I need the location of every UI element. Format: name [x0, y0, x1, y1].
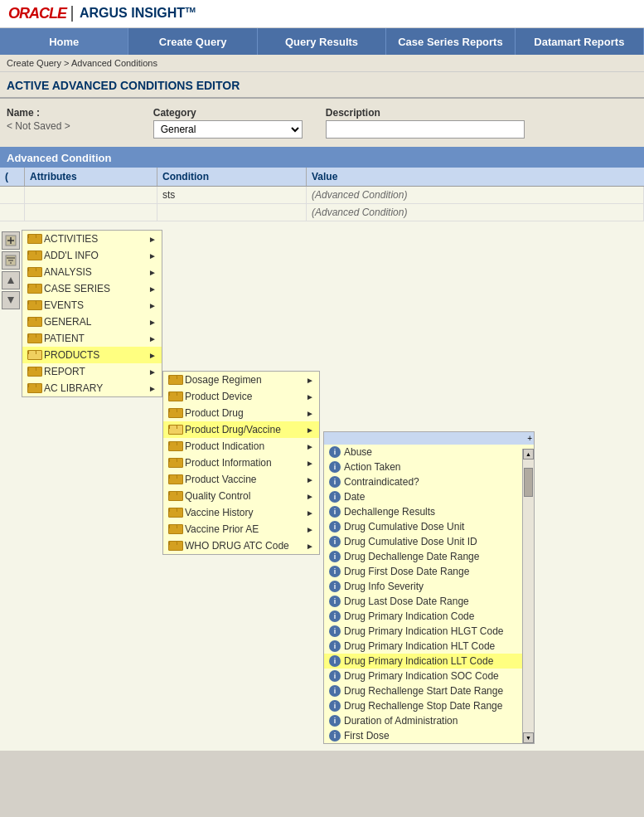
item-drug-first-dose-date[interactable]: i Drug First Dose Date Range	[324, 564, 522, 579]
arrow-icon: ►	[306, 508, 314, 518]
scroll-up-btn[interactable]: ▲	[523, 449, 534, 460]
info-icon: i	[329, 461, 341, 473]
scroll-thumb[interactable]	[524, 468, 533, 497]
menu-item-report[interactable]: REPORT ►	[22, 363, 162, 380]
svg-marker-8	[7, 297, 14, 304]
info-icon: i	[329, 536, 341, 547]
folder-icon	[27, 284, 41, 294]
up-arrow-button[interactable]	[2, 271, 20, 289]
submenu-product-information[interactable]: Product Information ►	[163, 455, 319, 471]
arrow-icon: ►	[306, 376, 314, 385]
item-drug-cum-dose-unit-id[interactable]: i Drug Cumulative Dose Unit ID	[324, 534, 522, 549]
td-val-2: (Advanced Condition)	[307, 204, 644, 221]
item-contraindicated[interactable]: i Contraindicated?	[324, 474, 522, 489]
description-label: Description	[326, 107, 637, 119]
submenu-dosage-regimen[interactable]: Dosage Regimen ►	[163, 372, 319, 388]
category-select[interactable]: General Private Public	[153, 120, 303, 139]
item-drug-primary-hlt[interactable]: i Drug Primary Indication HLT Code	[324, 639, 522, 654]
item-drug-primary-llt[interactable]: i Drug Primary Indication LLT Code	[324, 654, 522, 669]
down-arrow-button[interactable]	[2, 291, 20, 309]
submenu-label: Product Information	[185, 457, 272, 469]
description-input[interactable]	[326, 120, 525, 139]
nav-home[interactable]: Home	[0, 28, 128, 55]
menu-item-events[interactable]: EVENTS ►	[22, 297, 162, 314]
scroll-down-btn[interactable]: ▼	[523, 732, 534, 743]
nav-query-results[interactable]: Query Results	[258, 28, 386, 55]
td-paren-2	[0, 204, 25, 221]
submenu-product-device[interactable]: Product Device ►	[163, 388, 319, 405]
item-drug-primary-indication-code[interactable]: i Drug Primary Indication Code	[324, 609, 522, 624]
submenu-label: Product Indication	[185, 440, 264, 452]
submenu-product-drug[interactable]: Product Drug ►	[163, 405, 319, 421]
table-row: sts (Advanced Condition)	[0, 187, 644, 204]
menu-label: CASE SERIES	[44, 283, 110, 294]
nav-create-query[interactable]: Create Query	[128, 28, 257, 55]
info-icon: i	[329, 730, 341, 742]
item-label: Drug Info Severity	[344, 581, 424, 592]
category-label: Category	[153, 107, 309, 119]
info-icon: i	[329, 610, 341, 622]
col-condition: Condition	[157, 168, 307, 186]
info-icon: i	[329, 566, 341, 577]
col-paren: (	[0, 168, 25, 186]
submenu-label: Vaccine Prior AE	[185, 523, 259, 535]
arrow-icon: ►	[148, 251, 157, 260]
toolbar-btn-2[interactable]	[2, 251, 20, 270]
td-attr-1	[25, 187, 157, 203]
nav-datamart-reports[interactable]: Datamart Reports	[516, 28, 644, 55]
folder-icon	[27, 300, 41, 310]
name-value: < Not Saved >	[7, 120, 70, 132]
item-abuse[interactable]: i Abuse	[324, 445, 522, 460]
submenu-vaccine-prior-ae[interactable]: Vaccine Prior AE ►	[163, 521, 319, 537]
menu-item-products[interactable]: PRODUCTS ►	[22, 347, 162, 363]
scrollbar[interactable]: ▲ ▼	[522, 449, 534, 743]
submenu-who-drug[interactable]: WHO DRUG ATC Code ►	[163, 537, 319, 554]
info-icon: i	[329, 581, 341, 592]
menu-item-addl-info[interactable]: ADD'L INFO ►	[22, 247, 162, 264]
arrow-icon: ►	[306, 542, 314, 551]
folder-icon	[27, 250, 41, 260]
item-label: Drug First Dose Date Range	[344, 566, 469, 577]
item-drug-last-dose-date[interactable]: i Drug Last Dose Date Range	[324, 594, 522, 609]
item-drug-info-severity[interactable]: i Drug Info Severity	[324, 579, 522, 594]
submenu-product-indication[interactable]: Product Indication ►	[163, 438, 319, 455]
item-label: Abuse	[344, 446, 372, 458]
item-drug-dechallenge-date[interactable]: i Drug Dechallenge Date Range	[324, 549, 522, 564]
item-dechallenge-results[interactable]: i Dechallenge Results	[324, 504, 522, 519]
item-date[interactable]: i Date	[324, 489, 522, 504]
submenu-product-drug-vaccine[interactable]: Product Drug/Vaccine ►	[163, 421, 319, 438]
menu-item-ac-library[interactable]: AC LIBRARY ►	[22, 380, 162, 396]
item-drug-rechallenge-stop[interactable]: i Drug Rechallenge Stop Date Range	[324, 698, 522, 713]
nav-case-series-reports[interactable]: Case Series Reports	[386, 28, 515, 55]
page-title: ACTIVE ADVANCED CONDITIONS EDITOR	[0, 72, 644, 99]
navbar: Home Create Query Query Results Case Ser…	[0, 28, 644, 55]
folder-icon	[168, 474, 182, 484]
folder-icon	[168, 541, 182, 551]
submenu-header: +	[324, 432, 534, 445]
item-drug-cum-dose-unit[interactable]: i Drug Cumulative Dose Unit	[324, 519, 522, 534]
folder-icon	[168, 524, 182, 534]
item-drug-primary-soc[interactable]: i Drug Primary Indication SOC Code	[324, 669, 522, 683]
submenu-quality-control[interactable]: Quality Control ►	[163, 488, 319, 504]
menu-item-general[interactable]: GENERAL ►	[22, 314, 162, 330]
submenu-label: Quality Control	[185, 490, 250, 502]
expand-icon[interactable]: +	[527, 434, 532, 443]
item-action-taken[interactable]: i Action Taken	[324, 460, 522, 474]
item-duration-admin[interactable]: i Duration of Administration	[324, 713, 522, 728]
submenu-product-vaccine[interactable]: Product Vaccine ►	[163, 471, 319, 488]
menu-item-case-series[interactable]: CASE SERIES ►	[22, 280, 162, 297]
item-drug-primary-hlgt[interactable]: i Drug Primary Indication HLGT Code	[324, 624, 522, 639]
menu-item-patient[interactable]: PATIENT ►	[22, 330, 162, 347]
submenu-label: Dosage Regimen	[185, 374, 262, 386]
name-group: Name : < Not Saved >	[7, 107, 70, 132]
menu-item-analysis[interactable]: ANALYSIS ►	[22, 264, 162, 280]
item-label: Date	[344, 491, 365, 503]
submenu-vaccine-history[interactable]: Vaccine History ►	[163, 504, 319, 521]
item-first-dose[interactable]: i First Dose	[324, 728, 522, 743]
item-drug-rechallenge-start[interactable]: i Drug Rechallenge Start Date Range	[324, 683, 522, 698]
td-cond-1: sts	[157, 187, 307, 203]
col-attributes: Attributes	[25, 168, 157, 186]
menu-item-activities[interactable]: ACTIVITIES ►	[22, 231, 162, 247]
arrow-icon: ►	[306, 409, 314, 418]
toolbar-btn-1[interactable]	[2, 231, 20, 250]
